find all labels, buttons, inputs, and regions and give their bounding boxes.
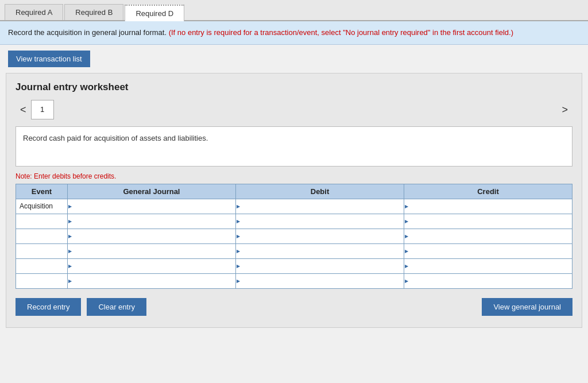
- table-row: [16, 243, 572, 258]
- event-cell: [16, 243, 68, 258]
- credit-input[interactable]: [404, 244, 572, 258]
- debit-cell[interactable]: [236, 258, 404, 273]
- journal-cell[interactable]: [68, 199, 236, 214]
- col-debit: Debit: [236, 184, 404, 199]
- col-event: Event: [16, 184, 68, 199]
- journal-table: Event General Journal Debit Credit Acqui…: [16, 184, 572, 289]
- tab-required-a[interactable]: Required A: [5, 4, 63, 20]
- debit-cell[interactable]: [236, 273, 404, 288]
- journal-cell[interactable]: [68, 214, 236, 229]
- col-general-journal: General Journal: [68, 184, 236, 199]
- credit-cell[interactable]: [404, 258, 572, 273]
- record-entry-button[interactable]: Record entry: [16, 298, 81, 316]
- tabs-bar: Required A Required B Required D: [0, 0, 588, 21]
- journal-input[interactable]: [68, 214, 235, 229]
- instruction-highlight: (If no entry is required for a transacti…: [169, 28, 513, 37]
- tab-required-b[interactable]: Required B: [64, 4, 123, 20]
- credit-cell[interactable]: [404, 273, 572, 288]
- credit-cell[interactable]: [404, 229, 572, 243]
- journal-cell[interactable]: [68, 229, 236, 243]
- credit-input[interactable]: [404, 199, 572, 214]
- debit-input[interactable]: [236, 229, 404, 243]
- instruction-main: Record the acquisition in general journa…: [8, 28, 167, 37]
- worksheet-title: Journal entry worksheet: [16, 82, 572, 93]
- journal-cell[interactable]: [68, 258, 236, 273]
- journal-input[interactable]: [68, 199, 235, 214]
- view-transaction-button[interactable]: View transaction list: [8, 51, 90, 67]
- journal-input[interactable]: [68, 259, 235, 273]
- debit-input[interactable]: [236, 214, 404, 229]
- debit-input[interactable]: [236, 259, 404, 273]
- table-row: [16, 258, 572, 273]
- col-credit: Credit: [404, 184, 572, 199]
- journal-input[interactable]: [68, 274, 235, 288]
- table-row: [16, 229, 572, 243]
- clear-entry-button[interactable]: Clear entry: [87, 298, 146, 316]
- journal-input[interactable]: [68, 244, 235, 258]
- prev-page-button[interactable]: <: [16, 100, 31, 119]
- debit-cell[interactable]: [236, 199, 404, 214]
- view-general-journal-button[interactable]: View general journal: [482, 298, 572, 316]
- table-row: Acquisition: [16, 199, 572, 214]
- credit-cell[interactable]: [404, 243, 572, 258]
- journal-input[interactable]: [68, 229, 235, 243]
- next-page-button[interactable]: >: [557, 100, 572, 119]
- instruction-bar: Record the acquisition in general journa…: [0, 21, 588, 45]
- debit-input[interactable]: [236, 244, 404, 258]
- description-box: Record cash paid for acquisition of asse…: [16, 126, 572, 167]
- event-cell: [16, 214, 68, 229]
- event-cell: [16, 229, 68, 243]
- credit-cell[interactable]: [404, 214, 572, 229]
- credit-input[interactable]: [404, 259, 572, 273]
- event-cell: [16, 273, 68, 288]
- journal-cell[interactable]: [68, 243, 236, 258]
- debit-input[interactable]: [236, 274, 404, 288]
- worksheet-container: Journal entry worksheet < 1 > Record cas…: [6, 73, 582, 328]
- journal-cell[interactable]: [68, 273, 236, 288]
- tab-required-d[interactable]: Required D: [125, 5, 184, 21]
- bottom-buttons: Record entry Clear entry View general jo…: [16, 298, 572, 316]
- event-cell: Acquisition: [16, 199, 68, 214]
- debit-input[interactable]: [236, 199, 404, 214]
- credit-cell[interactable]: [404, 199, 572, 214]
- page-number: 1: [31, 100, 54, 119]
- debit-cell[interactable]: [236, 229, 404, 243]
- event-cell: [16, 258, 68, 273]
- action-bar: View transaction list: [0, 45, 588, 73]
- credit-input[interactable]: [404, 274, 572, 288]
- table-row: [16, 214, 572, 229]
- table-row: [16, 273, 572, 288]
- credit-input[interactable]: [404, 229, 572, 243]
- debits-note: Note: Enter debits before credits.: [16, 172, 572, 180]
- nav-row: < 1 >: [16, 100, 572, 119]
- credit-input[interactable]: [404, 214, 572, 229]
- debit-cell[interactable]: [236, 243, 404, 258]
- debit-cell[interactable]: [236, 214, 404, 229]
